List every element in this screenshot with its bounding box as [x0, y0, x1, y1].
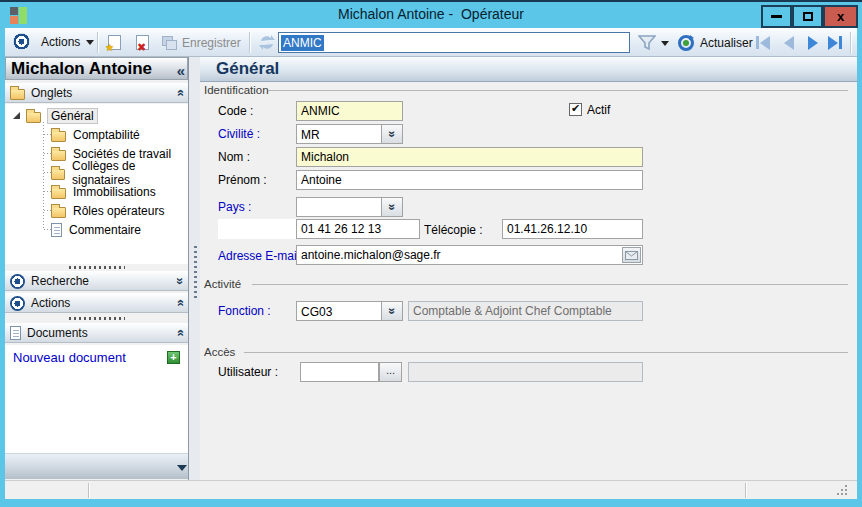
nav-previous-button[interactable] [777, 34, 801, 51]
pays-label[interactable]: Pays : [218, 200, 251, 214]
onglets-panel-label: Onglets [31, 86, 72, 100]
tree-item-commentaire[interactable]: Commentaire [5, 220, 188, 239]
toolbar-separator [97, 32, 98, 53]
tree-expander-icon[interactable] [13, 112, 20, 119]
send-email-button[interactable] [622, 247, 641, 263]
search-input[interactable]: ANMIC [278, 32, 630, 53]
civilite-value: MR [301, 128, 320, 142]
sidebar-header: Michalon Antoine « [5, 57, 188, 80]
panel-splitter-handle[interactable] [194, 246, 197, 298]
collapse-sidebar-icon[interactable]: « [177, 62, 185, 79]
close-button[interactable]: x [823, 5, 858, 28]
code-label: Code : [218, 104, 253, 118]
fonction-description-field [408, 301, 643, 321]
tree-item-comptabilite[interactable]: Comptabilité [5, 125, 188, 144]
telephone-type-field[interactable] [218, 219, 296, 239]
tree-item-immobilisations[interactable]: Immobilisations [5, 182, 188, 201]
page-header: Général [200, 57, 857, 82]
last-record-arrow [828, 36, 838, 50]
panel-header-onglets[interactable]: Onglets » [5, 83, 188, 103]
actions-panel-label: Actions [31, 296, 70, 310]
chevron-down-icon [86, 40, 94, 45]
new-document-row: Nouveau document + [5, 347, 188, 367]
code-field[interactable] [296, 101, 403, 121]
resize-grip[interactable] [835, 485, 849, 497]
utilisateur-field[interactable] [300, 362, 379, 382]
application-window: Michalon Antoine - Opérateur x Actions ★… [0, 0, 862, 507]
nom-field[interactable] [296, 147, 643, 167]
fonction-code: CG03 [301, 305, 332, 319]
chevron-down-icon [177, 465, 187, 471]
actions-menu-button[interactable]: Actions [37, 31, 98, 53]
panel-drag-handle[interactable] [5, 315, 188, 322]
filter-dropdown-caret[interactable] [661, 41, 669, 46]
filter-button[interactable] [635, 32, 659, 54]
panel-header-recherche[interactable]: Recherche » [5, 271, 188, 291]
new-document-link[interactable]: Nouveau document [13, 350, 167, 365]
toolbar-separator [249, 32, 250, 53]
refresh-button[interactable]: Actualiser [673, 31, 757, 54]
tree-item-roles-operateurs[interactable]: Rôles opérateurs [5, 201, 188, 220]
civilite-combobox[interactable]: MR » [296, 124, 403, 144]
utilisateur-lookup-button[interactable]: ... [379, 362, 402, 382]
section-rule [244, 352, 848, 353]
utilisateur-label: Utilisateur : [218, 365, 278, 379]
civilite-label[interactable]: Civilité : [218, 127, 260, 141]
actif-checkbox[interactable] [569, 103, 582, 116]
chevron-double-down-icon: » [387, 131, 397, 138]
section-label-activite: Activité [204, 278, 241, 290]
new-record-button[interactable]: ★ [104, 31, 125, 54]
nav-first-button[interactable] [751, 34, 775, 51]
first-record-icon [756, 36, 759, 49]
folder-icon [51, 169, 65, 180]
save-button[interactable]: Enregistrer [158, 31, 245, 54]
delete-record-icon: ✖ [136, 35, 149, 50]
telecopie-field[interactable] [502, 219, 643, 239]
save-button-label: Enregistrer [182, 36, 241, 50]
section-label-identification: Identification [204, 84, 269, 96]
sidebar-bottom-bar[interactable] [5, 453, 188, 479]
minimize-button[interactable] [761, 5, 792, 28]
new-record-icon: ★ [108, 35, 121, 50]
civilite-dropdown-button[interactable]: » [381, 125, 402, 143]
fonction-combobox[interactable]: CG03 » [296, 301, 403, 321]
documents-panel-label: Documents [27, 326, 88, 340]
maximize-button[interactable] [792, 5, 823, 28]
first-record-arrow [760, 36, 770, 50]
tree-item-general[interactable]: Général [5, 106, 188, 125]
pays-combobox[interactable]: » [296, 197, 403, 217]
nav-next-button[interactable] [801, 34, 825, 51]
toolbar: Actions ★ ✖ Enregistrer ANMIC [5, 28, 857, 57]
chevron-double-down-icon: » [174, 277, 184, 284]
envelope-icon [625, 251, 638, 260]
window-title: Michalon Antoine - Opérateur [0, 6, 862, 22]
telephone-field[interactable] [296, 219, 420, 239]
email-label[interactable]: Adresse E-mail : [218, 249, 306, 263]
pays-dropdown-button[interactable]: » [381, 198, 402, 216]
actions-menu-label: Actions [41, 35, 80, 49]
panel-header-documents[interactable]: Documents » [5, 323, 188, 343]
toolbar-separator [850, 32, 851, 53]
panel-header-actions[interactable]: Actions » [5, 293, 188, 313]
sync-button[interactable] [254, 31, 280, 54]
fonction-dropdown-button[interactable]: » [381, 302, 402, 320]
nav-last-button[interactable] [823, 34, 847, 51]
folder-icon [51, 150, 66, 161]
title-bar[interactable]: Michalon Antoine - Opérateur x [0, 2, 862, 28]
utilisateur-description-field [408, 362, 643, 382]
prenom-field[interactable] [296, 170, 643, 190]
delete-record-button[interactable]: ✖ [132, 31, 153, 54]
chevron-double-up-icon: » [174, 89, 184, 96]
main-panel: Général Identification Code : Actif Civi… [200, 57, 857, 480]
folder-icon [10, 89, 25, 100]
tree-item-colleges-de-signataires[interactable]: Collèges de signataires [5, 163, 188, 182]
panel-drag-handle[interactable] [5, 264, 188, 271]
sync-icon [258, 34, 276, 51]
chevron-double-down-icon: » [387, 308, 397, 315]
add-document-button[interactable]: + [167, 351, 180, 364]
fonction-label[interactable]: Fonction : [218, 304, 271, 318]
maximize-icon [803, 12, 813, 21]
email-field[interactable] [296, 245, 643, 265]
status-bar-divider [745, 483, 746, 498]
sidebar: Michalon Antoine « Onglets » Général Com… [5, 57, 189, 480]
